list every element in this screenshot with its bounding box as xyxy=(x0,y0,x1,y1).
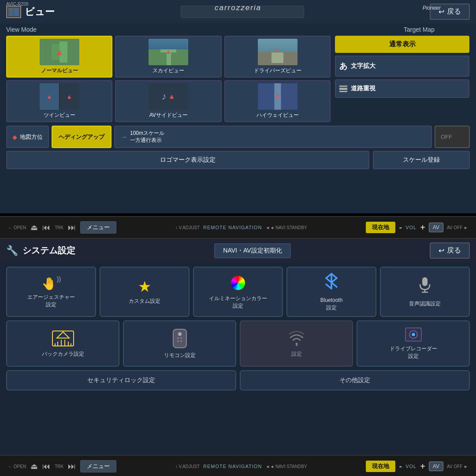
bluetooth-label: Bluetooth設定 xyxy=(320,297,343,312)
control-bar-top: ← OPEN ⏏ ⏮ TRK ⏭ メニュー ↕ V.ADJUST REMOTE … xyxy=(0,216,476,239)
view-card-twin-label: ツインビュー xyxy=(44,112,75,119)
sky-map: ▲ xyxy=(149,39,188,65)
drive-recorder-btn[interactable]: ドライブレコーダー設定 xyxy=(357,320,470,367)
svg-marker-14 xyxy=(57,332,69,338)
view-card-normal-label: ノーマルビュー xyxy=(41,67,78,74)
prev-icon[interactable]: ⏮ xyxy=(42,223,50,232)
current-location-btn-bottom[interactable]: 現在地 xyxy=(366,461,395,472)
remote-nav-label: REMOTE NAVIGATION xyxy=(203,225,262,230)
bottom-controls: ◆ 地図方位 ヘディングアップ → 100mスケール一方通行表示 OFF xyxy=(6,126,470,148)
cb-top-center: ↕ V.ADJUST REMOTE NAVIGATION ◄◄ NAVI STA… xyxy=(175,225,307,230)
vol-minus-btn-bottom[interactable]: - xyxy=(399,461,402,472)
view-card-driver-label: ドライバーズビュー xyxy=(254,67,301,74)
next-icon-bottom[interactable]: ⏭ xyxy=(68,462,76,471)
text-zoom-btn[interactable]: あ 文字拡大 xyxy=(335,56,469,77)
top-main-row: ▲ ノーマルビュー ▲ スカイビュー xyxy=(6,36,470,122)
target-map-label: Target Map xyxy=(404,26,435,33)
section-labels: View Mode Target Map xyxy=(6,26,470,33)
view-card-sky[interactable]: ▲ スカイビュー xyxy=(115,36,221,78)
prev-icon-bottom[interactable]: ⏮ xyxy=(42,462,50,471)
navi-init-btn[interactable]: NAVI・AV設定初期化 xyxy=(214,243,290,258)
top-brand: carrozzeria xyxy=(215,4,261,12)
trk-label-bottom: TRK xyxy=(55,464,63,469)
color-ring-icon xyxy=(230,275,246,291)
control-bar-bottom: ← OPEN ⏏ ⏮ TRK ⏭ メニュー ↕ V.ADJUST REMOTE … xyxy=(0,455,476,476)
view-card-av-side[interactable]: ♪ ▲ AVサイドビュー xyxy=(115,80,221,122)
remote-nav-label-bottom: REMOTE NAVIGATION xyxy=(203,464,262,469)
air-gesture-label: エアージェスチャー設定 xyxy=(27,294,75,309)
bottom-grid-row2: バックカメラ設定 リモコン設定 xyxy=(0,320,476,370)
security-lock-btn[interactable]: セキュリティロック設定 xyxy=(6,370,236,390)
remote-btn[interactable]: リモコン設定 xyxy=(123,320,236,367)
svg-rect-1 xyxy=(9,9,13,12)
navi-standby-label-bottom: ◄◄ NAVI STANDBY xyxy=(265,464,307,469)
logo-mark-btn[interactable]: ロゴマーク表示設定 xyxy=(6,151,369,169)
top-content-area: View Mode Target Map ▲ ノーマルビュー xyxy=(0,23,476,172)
vol-minus-btn[interactable]: - xyxy=(399,223,402,233)
back-arrow-icon-bottom: ↩ xyxy=(439,246,444,255)
svg-rect-4 xyxy=(422,277,428,286)
voice-rec-label: 音声認識設定 xyxy=(409,300,441,308)
view-card-twin[interactable]: ▲ ▲ ツインビュー xyxy=(6,80,112,122)
parking-icon xyxy=(52,330,74,347)
mic-icon xyxy=(418,276,431,297)
next-icon[interactable]: ⏭ xyxy=(68,223,76,232)
target-map-section: 通常表示 あ 文字拡大 道路重視 xyxy=(335,36,469,122)
svg-point-15 xyxy=(295,342,298,345)
bottom-unit: AVIC-RZ09 carrozzeria Pioneer 🔧 システム設定 N… xyxy=(0,239,476,455)
top-title-area: ビュー xyxy=(6,5,55,19)
vol-plus-btn-bottom[interactable]: + xyxy=(420,461,425,472)
view-card-highway[interactable]: ▲ ハイウェイビュー xyxy=(224,80,331,122)
eject-icon-bottom: ⏏ xyxy=(30,461,38,471)
view-card-driver[interactable]: ▲ ドライバーズビュー xyxy=(224,36,331,78)
custom-label: カスタム設定 xyxy=(129,298,160,305)
trk-label: TRK xyxy=(55,225,63,230)
map-direction-btn[interactable]: ◆ 地図方位 xyxy=(6,126,49,148)
top-model-id: AVIC-RZ09 xyxy=(6,2,28,7)
bluetooth-btn[interactable]: Bluetooth設定 xyxy=(286,267,376,317)
vol-label-bottom: VOL xyxy=(405,464,416,469)
scale-off-btn[interactable]: OFF xyxy=(435,126,470,148)
view-card-twin-img: ▲ ▲ xyxy=(40,83,79,110)
wireless-btn[interactable]: 設定 xyxy=(240,320,353,367)
menu-btn-bottom[interactable]: メニュー xyxy=(80,460,116,472)
cb-top-right: 現在地 - VOL + AV AV OFF ► xyxy=(366,222,468,233)
view-card-normal[interactable]: ▲ ノーマルビュー xyxy=(6,36,112,78)
navi-standby-label: ◄◄ NAVI STANDBY xyxy=(265,225,307,230)
view-card-driver-img: ▲ xyxy=(258,39,298,65)
voice-rec-btn[interactable]: 音声認識設定 xyxy=(380,267,470,317)
normal-arrow: ▲ xyxy=(55,47,64,57)
text-zoom-icon: あ xyxy=(339,61,347,71)
normal-map: ▲ xyxy=(40,39,79,65)
view-card-av-side-img: ♪ ▲ xyxy=(149,83,188,110)
hi-map: ▲ xyxy=(258,83,298,110)
road-emphasis-btn[interactable]: 道路重視 xyxy=(335,79,469,98)
cb-top-left: ← OPEN ⏏ ⏮ TRK ⏭ メニュー xyxy=(8,221,116,234)
scale-arrow-icon: → xyxy=(120,133,127,141)
top-brand-name: carrozzeria xyxy=(215,4,261,12)
av-btn-top[interactable]: AV xyxy=(429,223,443,232)
normal-display-btn[interactable]: 通常表示 xyxy=(335,36,469,53)
vol-plus-btn[interactable]: + xyxy=(420,223,425,233)
open-label: ← OPEN xyxy=(8,225,26,230)
bottom-grid-row1: 🤚)) エアージェスチャー設定 ★ カスタム設定 イルミネーションカラー設定 xyxy=(0,262,476,320)
v-adjust-label-bottom: ↕ V.ADJUST xyxy=(175,464,200,469)
illumination-btn[interactable]: イルミネーションカラー設定 xyxy=(193,267,283,317)
view-mode-grid: ▲ ノーマルビュー ▲ スカイビュー xyxy=(6,36,331,122)
back-camera-btn[interactable]: バックカメラ設定 xyxy=(6,320,119,367)
bottom-wide-row: セキュリティロック設定 その他設定 xyxy=(0,370,476,394)
view-card-av-label: AVサイドビュー xyxy=(149,112,188,119)
air-gesture-btn[interactable]: 🤚)) エアージェスチャー設定 xyxy=(6,267,96,317)
current-location-btn-top[interactable]: 現在地 xyxy=(366,222,395,233)
menu-btn-top[interactable]: メニュー xyxy=(80,221,116,234)
heading-up-btn[interactable]: ヘディングアップ xyxy=(52,126,112,148)
av-btn-bottom[interactable]: AV xyxy=(429,461,443,471)
system-title-text: システム設定 xyxy=(22,245,75,257)
bottom-back-button[interactable]: ↩ 戻る xyxy=(430,242,470,259)
top-pioneer: Pioneer xyxy=(423,4,441,11)
custom-setting-btn[interactable]: ★ カスタム設定 xyxy=(100,267,190,317)
logo-scale-row: ロゴマーク表示設定 スケール登録 xyxy=(6,151,470,169)
scale-register-btn[interactable]: スケール登録 xyxy=(373,151,470,169)
other-settings-btn[interactable]: その他設定 xyxy=(240,370,470,390)
scale-btn[interactable]: → 100mスケール一方通行表示 xyxy=(114,126,432,148)
